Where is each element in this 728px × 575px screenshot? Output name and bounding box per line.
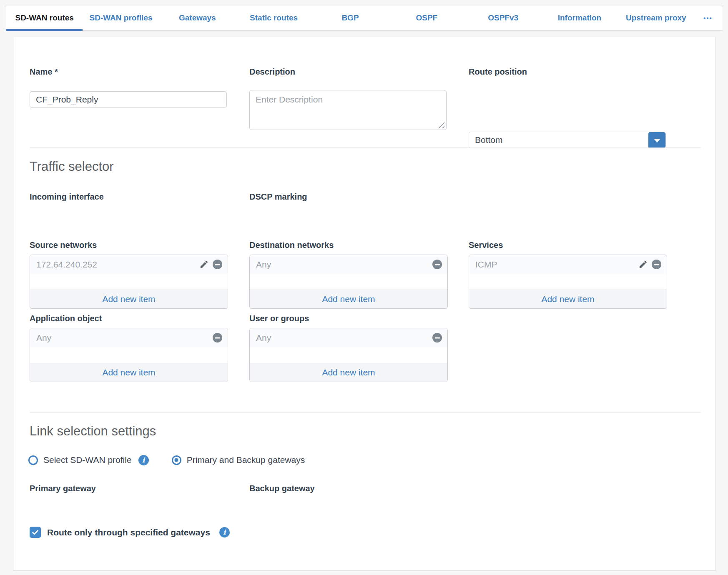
remove-item-icon[interactable] bbox=[652, 260, 661, 269]
section-divider bbox=[30, 148, 701, 148]
dropdown-button[interactable] bbox=[648, 132, 666, 148]
application-object-listbox: Any Add new item bbox=[30, 328, 228, 382]
edit-pencil-icon[interactable] bbox=[638, 260, 648, 269]
list-empty-area bbox=[469, 274, 667, 290]
tab-upstream-proxy[interactable]: Upstream proxy bbox=[618, 5, 694, 30]
tab-label: SD-WAN profiles bbox=[90, 13, 153, 22]
list-item: Any bbox=[250, 255, 447, 274]
list-item-value: Any bbox=[256, 260, 271, 270]
edit-pencil-icon[interactable] bbox=[199, 260, 209, 269]
tab-gateways[interactable]: Gateways bbox=[159, 5, 236, 30]
tab-ospfv3[interactable]: OSPFv3 bbox=[465, 5, 541, 30]
radio-label: Primary and Backup gateways bbox=[187, 455, 305, 465]
tab-label: BGP bbox=[341, 13, 359, 22]
tab-bgp[interactable]: BGP bbox=[312, 5, 388, 30]
sd-wan-route-form-panel: Name * Description Route position Bottom… bbox=[14, 37, 716, 571]
list-item-value: Any bbox=[256, 333, 271, 343]
add-new-item-button[interactable]: Add new item bbox=[30, 290, 228, 308]
source-networks-label: Source networks bbox=[30, 240, 97, 250]
route-position-label: Route position bbox=[469, 67, 527, 77]
tab-label: Upstream proxy bbox=[626, 13, 686, 22]
name-input[interactable] bbox=[30, 91, 227, 108]
incoming-interface-label: Incoming interface bbox=[30, 192, 104, 202]
source-networks-listbox: 172.64.240.252 Add new item bbox=[30, 255, 228, 309]
route-only-checkbox[interactable] bbox=[30, 527, 41, 538]
route-position-value: Bottom bbox=[475, 135, 503, 145]
list-empty-area bbox=[250, 274, 447, 290]
chevron-down-icon bbox=[654, 139, 660, 142]
tab-sd-wan-profiles[interactable]: SD-WAN profiles bbox=[83, 5, 159, 30]
add-new-item-button[interactable]: Add new item bbox=[30, 363, 228, 382]
route-only-checkbox-label: Route only through specified gateways bbox=[47, 528, 210, 538]
radio-option-primary-backup-gateways[interactable]: Primary and Backup gateways bbox=[172, 455, 305, 465]
application-object-label: Application object bbox=[30, 314, 102, 323]
radio-unchecked-icon[interactable] bbox=[28, 455, 38, 465]
tab-ospf[interactable]: OSPF bbox=[389, 5, 465, 30]
route-position-select[interactable]: Bottom bbox=[469, 132, 666, 148]
remove-item-icon[interactable] bbox=[213, 260, 222, 269]
link-selection-heading: Link selection settings bbox=[30, 424, 156, 439]
description-label: Description bbox=[249, 67, 295, 77]
destination-networks-label: Destination networks bbox=[249, 240, 334, 250]
description-input[interactable] bbox=[249, 90, 447, 130]
active-tab-underline bbox=[6, 29, 83, 31]
routing-tab-bar: SD-WAN routes SD-WAN profiles Gateways S… bbox=[6, 5, 722, 31]
backup-gateway-label: Backup gateway bbox=[249, 484, 315, 493]
list-empty-area bbox=[250, 347, 447, 363]
dscp-marking-label: DSCP marking bbox=[249, 192, 307, 202]
tab-label: OSPFv3 bbox=[488, 13, 518, 22]
list-empty-area bbox=[30, 274, 228, 290]
radio-label: Select SD-WAN profile bbox=[43, 455, 132, 465]
list-item: ICMP bbox=[469, 255, 667, 274]
list-item: Any bbox=[250, 328, 447, 347]
name-label: Name * bbox=[30, 67, 58, 77]
section-divider bbox=[30, 412, 701, 412]
tab-label: OSPF bbox=[416, 13, 437, 22]
tab-label: Static routes bbox=[250, 13, 298, 22]
info-icon[interactable]: i bbox=[219, 527, 230, 538]
remove-item-icon[interactable] bbox=[432, 333, 442, 342]
tab-label: Gateways bbox=[179, 13, 216, 22]
tab-information[interactable]: Information bbox=[541, 5, 618, 30]
user-or-groups-listbox: Any Add new item bbox=[249, 328, 448, 382]
services-listbox: ICMP Add new item bbox=[469, 255, 667, 309]
add-new-item-button[interactable]: Add new item bbox=[469, 290, 667, 308]
checkmark-icon bbox=[31, 528, 39, 536]
destination-networks-listbox: Any Add new item bbox=[249, 255, 448, 309]
traffic-selector-heading: Traffic selector bbox=[30, 159, 114, 174]
primary-gateway-label: Primary gateway bbox=[30, 484, 96, 493]
radio-option-select-sdwan-profile[interactable]: Select SD-WAN profile bbox=[28, 455, 132, 465]
tab-label: Information bbox=[558, 13, 602, 22]
add-new-item-button[interactable]: Add new item bbox=[250, 363, 447, 382]
remove-item-icon[interactable] bbox=[213, 333, 222, 342]
tab-label: SD-WAN routes bbox=[15, 13, 73, 22]
info-icon[interactable]: i bbox=[138, 455, 149, 465]
services-label: Services bbox=[469, 240, 503, 250]
more-tabs-ellipsis-icon[interactable]: ••• bbox=[694, 5, 722, 30]
list-item-value: Any bbox=[36, 333, 51, 343]
user-or-groups-label: User or groups bbox=[249, 314, 309, 323]
list-empty-area bbox=[30, 347, 228, 363]
add-new-item-button[interactable]: Add new item bbox=[250, 290, 447, 308]
tab-static-routes[interactable]: Static routes bbox=[236, 5, 312, 30]
list-item-value: 172.64.240.252 bbox=[36, 260, 97, 270]
remove-item-icon[interactable] bbox=[432, 260, 442, 269]
list-item-value: ICMP bbox=[475, 260, 497, 270]
list-item: 172.64.240.252 bbox=[30, 255, 228, 274]
radio-checked-icon[interactable] bbox=[172, 455, 181, 465]
tab-sd-wan-routes[interactable]: SD-WAN routes bbox=[6, 5, 83, 30]
list-item: Any bbox=[30, 328, 228, 347]
